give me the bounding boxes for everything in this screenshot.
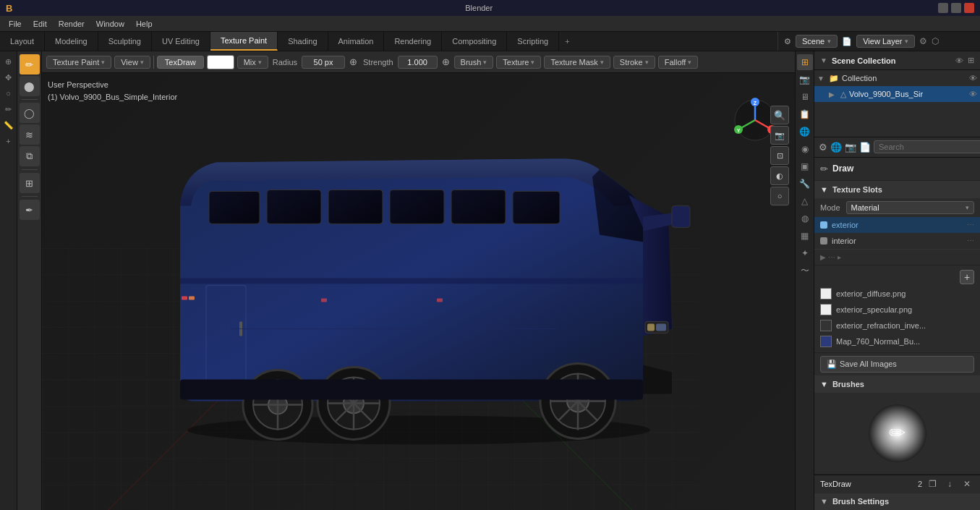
tool-smear[interactable]: ≋	[20, 124, 40, 145]
panel-icon-view-layer[interactable]: 📋	[797, 106, 813, 122]
tex-item-0[interactable]: exterior_diffuse.png	[814, 286, 980, 302]
eye-icon[interactable]: 👁	[955, 56, 963, 65]
outliner-collection-row[interactable]: ▼ 📁 Collection 👁	[814, 70, 980, 86]
mix-dropdown[interactable]: Mix ▾	[237, 56, 268, 69]
panel-render-icon[interactable]: 📷	[845, 138, 856, 156]
brush-name-btn[interactable]: TexDraw	[157, 56, 204, 69]
scene-selector[interactable]: Scene ▾	[796, 35, 838, 48]
slots-more-icon: ▶ ⋯ ▸	[820, 253, 841, 261]
panel-tool-icon[interactable]: ⚙	[819, 138, 827, 156]
add-texture-btn[interactable]: +	[960, 270, 974, 284]
menu-render[interactable]: Render	[53, 18, 90, 30]
viewport-mode-btn[interactable]: Texture Paint ▾	[46, 56, 111, 69]
panel-icon-scene-props[interactable]: 🌐	[797, 124, 813, 140]
panel-output-icon[interactable]: 📄	[859, 138, 871, 156]
brush-settings-header[interactable]: ▼ Brush Settings	[814, 493, 980, 510]
panel-icon-render[interactable]: 📷	[797, 72, 813, 88]
tab-scripting[interactable]: Scripting	[507, 32, 559, 51]
scene-collection-expand[interactable]: ▼	[820, 56, 827, 64]
tool-clone[interactable]: ⧉	[20, 146, 40, 166]
strength-field[interactable]: 1.000	[398, 56, 438, 69]
panel-icon-object[interactable]: ▣	[797, 158, 813, 174]
slot-interior[interactable]: interior ⋯	[814, 233, 980, 249]
tab-sculpting[interactable]: Sculpting	[98, 32, 152, 51]
panel-icon-particles[interactable]: ✦	[797, 245, 813, 261]
texture-slots-header[interactable]: ▼ Texture Slots	[814, 181, 980, 198]
panel-icon-modifier[interactable]: 🔧	[797, 176, 813, 192]
tab-rendering[interactable]: Rendering	[384, 32, 442, 51]
panel-icon-data[interactable]: △	[797, 193, 813, 209]
close-button[interactable]	[964, 3, 974, 13]
tab-texture-paint[interactable]: Texture Paint	[210, 32, 278, 51]
texdraw-save-btn[interactable]: ↓	[942, 477, 957, 491]
tab-animation[interactable]: Animation	[328, 32, 385, 51]
view-layer-settings[interactable]: ⚙	[919, 36, 927, 46]
texture-dropdown[interactable]: Texture ▾	[496, 56, 541, 69]
maximize-button[interactable]	[951, 3, 961, 13]
tab-compositing[interactable]: Compositing	[442, 32, 507, 51]
save-all-images-btn[interactable]: 💾 Save All Images	[820, 356, 974, 373]
tool-soften[interactable]: ◯	[20, 103, 40, 123]
tab-uv-editing[interactable]: UV Editing	[152, 32, 210, 51]
object-name: Volvo_9900_Bus_Sir	[849, 90, 923, 98]
left-toolbar: ✏ ⬤ ◯ ≋ ⧉ ⊞ ✒	[17, 51, 42, 510]
tool-annotate[interactable]: ✒	[20, 200, 40, 220]
object-eye[interactable]: 👁	[969, 90, 977, 98]
add-workspace-button[interactable]: +	[559, 32, 575, 51]
nav-object[interactable]: ○	[1, 86, 16, 101]
mode-value-dropdown[interactable]: Material ▾	[846, 201, 974, 214]
viewport-canvas[interactable]: User Perspective (1) Volvo_9900_Bus_Simp…	[42, 73, 795, 510]
tex-item-2[interactable]: exterior_refraction_inve...	[814, 318, 980, 333]
panel-icon-material[interactable]: ◍	[797, 211, 813, 226]
viewport-view-btn[interactable]: View ▾	[114, 56, 150, 69]
menu-window[interactable]: Window	[90, 18, 130, 30]
panel-icon-physics[interactable]: 〜	[797, 263, 813, 279]
slot-exterior[interactable]: exterior ⋯	[814, 217, 980, 233]
nav-measure[interactable]: 📏	[1, 118, 16, 132]
tool-draw[interactable]: ✏	[20, 54, 40, 75]
nav-move[interactable]: ✥	[1, 70, 16, 85]
camera-view[interactable]: ⊡	[770, 146, 789, 165]
render-btn[interactable]: ◐	[770, 166, 789, 185]
material-btn[interactable]: ○	[770, 187, 789, 205]
zoom-in-btn[interactable]: 🔍	[770, 106, 789, 124]
panel-search-input[interactable]	[874, 140, 980, 153]
nav-annotation[interactable]: ✏	[1, 102, 16, 116]
panel-icon-scene[interactable]: ⊞	[797, 54, 813, 70]
brush-preview[interactable]: ✏	[869, 404, 926, 462]
filter-icon[interactable]: ⊞	[968, 56, 974, 65]
falloff-dropdown[interactable]: Falloff ▾	[658, 56, 699, 69]
tab-shading[interactable]: Shading	[278, 32, 328, 51]
texdraw-duplicate-btn[interactable]: ❐	[925, 477, 939, 491]
texdraw-delete-btn[interactable]: ✕	[960, 477, 974, 491]
tex-item-1[interactable]: exterior_specular.png	[814, 302, 980, 318]
texdraw-number: 2	[918, 480, 922, 488]
tool-fill[interactable]: ⬤	[20, 76, 40, 96]
brush-dropdown[interactable]: Brush ▾	[454, 56, 494, 69]
tex-item-3[interactable]: Map_760_Normal_Bu...	[814, 333, 980, 349]
stroke-dropdown[interactable]: Stroke ▾	[613, 56, 655, 69]
color-swatch[interactable]	[207, 55, 234, 69]
tab-modeling[interactable]: Modeling	[45, 32, 98, 51]
panel-icon-texture[interactable]: ▦	[797, 228, 813, 244]
panel-icon-world[interactable]: ◉	[797, 141, 813, 157]
brushes-header[interactable]: ▼ Brushes	[814, 375, 980, 393]
svg-rect-40	[672, 205, 690, 227]
nav-cursor[interactable]: ⊕	[1, 54, 16, 69]
menu-edit[interactable]: Edit	[27, 18, 53, 30]
texture-mask-dropdown[interactable]: Texture Mask ▾	[544, 56, 610, 69]
outliner-object-row[interactable]: ▶ △ Volvo_9900_Bus_Sir 👁	[814, 86, 980, 102]
menu-help[interactable]: Help	[130, 18, 158, 30]
collection-eye[interactable]: 👁	[969, 74, 977, 82]
menu-file[interactable]: File	[3, 18, 27, 30]
radius-field[interactable]: 50 px	[302, 56, 345, 69]
tool-mask[interactable]: ⊞	[20, 173, 40, 193]
nav-add[interactable]: +	[1, 134, 16, 148]
panel-scene-icon[interactable]: 🌐	[830, 138, 842, 156]
view-layer-selector[interactable]: View Layer ▾	[856, 35, 915, 48]
minimize-button[interactable]	[938, 3, 948, 13]
zoom-camera[interactable]: 📷	[770, 126, 789, 145]
panel-icon-output[interactable]: 🖥	[797, 89, 813, 105]
tab-layout[interactable]: Layout	[0, 32, 45, 51]
brush-settings-label: Brush Settings	[832, 497, 889, 506]
